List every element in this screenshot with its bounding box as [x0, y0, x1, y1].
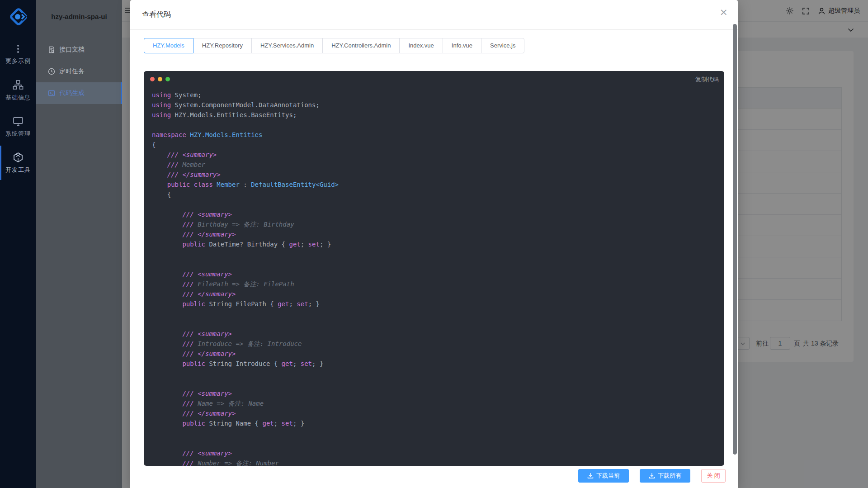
rail-item-label: 基础信息: [5, 94, 31, 102]
submenu-sidebar: hzy-admin-spa-ui 接口文档 定时任务: [36, 0, 122, 488]
submenu-item-scheduled-tasks[interactable]: 定时任务: [36, 61, 122, 82]
doc-search-icon: [48, 46, 55, 53]
tab-service-js[interactable]: Service.js: [481, 38, 524, 53]
rail-sidebar: 更多示例 基础信息 系统管理: [0, 0, 36, 488]
rail-item-more-examples[interactable]: 更多示例: [0, 40, 36, 69]
submenu-item-label: 代码生成: [59, 89, 85, 97]
more-icon: [13, 44, 23, 54]
app-title: hzy-admin-spa-ui: [36, 0, 122, 33]
download-icon: [649, 473, 655, 479]
download-all-button[interactable]: 下载所有: [640, 469, 690, 483]
tab-index-vue[interactable]: Index.vue: [399, 38, 443, 53]
rail-item-dev-tools[interactable]: 开发工具: [0, 148, 36, 177]
dialog-header: 查看代码 ×: [130, 0, 738, 30]
dialog-footer: 下载当前 下载所有 关 闭: [578, 469, 726, 483]
tab-info-vue[interactable]: Info.vue: [443, 38, 481, 53]
download-all-label: 下载所有: [658, 472, 681, 480]
submenu-item-api-docs[interactable]: 接口文档: [36, 39, 122, 61]
window-dots: [150, 77, 170, 81]
rail-item-basic-info[interactable]: 基础信息: [0, 76, 36, 105]
dialog-title: 查看代码: [142, 10, 171, 19]
code-block: 复制代码 using System;using System.Component…: [144, 71, 724, 466]
yellow-dot-icon: [158, 77, 162, 81]
submenu-item-label: 接口文档: [59, 46, 85, 54]
copy-code-button[interactable]: 复制代码: [695, 76, 719, 84]
submenu-item-code-generation[interactable]: 代码生成: [36, 82, 122, 104]
code-tabs: HZY.ModelsHZY.RepositoryHZY.Services.Adm…: [144, 38, 524, 53]
app-root: 更多示例 基础信息 系统管理: [0, 0, 868, 488]
download-current-button[interactable]: 下载当前: [578, 469, 629, 483]
dialog-scrollbar-thumb[interactable]: [733, 24, 737, 455]
tab-hzy-services-admin[interactable]: HZY.Services.Admin: [251, 38, 323, 53]
close-icon[interactable]: ×: [720, 7, 728, 17]
clock-icon: [48, 68, 55, 75]
green-dot-icon: [165, 77, 170, 81]
red-dot-icon: [150, 77, 155, 81]
submenu-item-label: 定时任务: [59, 67, 85, 76]
rail-item-label: 系统管理: [5, 130, 31, 138]
rail-item-label: 开发工具: [5, 166, 31, 174]
active-indicator: [0, 146, 1, 180]
rail-item-label: 更多示例: [5, 57, 31, 65]
app-logo-icon[interactable]: [8, 6, 29, 27]
rail-item-system-manage[interactable]: 系统管理: [0, 112, 36, 141]
cube-icon: [13, 152, 24, 163]
code-content: using System;using System.ComponentModel…: [152, 90, 721, 466]
tab-hzy-controllers-admin[interactable]: HZY.Controllers.Admin: [322, 38, 400, 53]
tab-hzy-repository[interactable]: HZY.Repository: [193, 38, 252, 53]
view-code-dialog: 查看代码 × HZY.ModelsHZY.RepositoryHZY.Servi…: [130, 0, 738, 488]
tab-hzy-models[interactable]: HZY.Models: [144, 38, 193, 53]
monitor-icon: [13, 116, 24, 127]
close-button[interactable]: 关 闭: [701, 469, 726, 483]
download-icon: [587, 473, 594, 479]
download-current-label: 下载当前: [596, 472, 620, 480]
terminal-icon: [48, 90, 55, 97]
org-icon: [13, 80, 24, 90]
close-button-label: 关 闭: [707, 472, 720, 480]
